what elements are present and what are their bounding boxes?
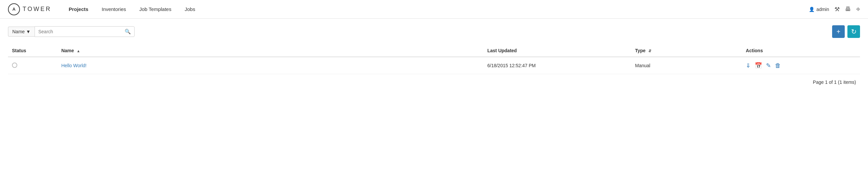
table-header-row: Status Name ▲ Last Updated Type ⇵ Action… [8, 45, 860, 57]
cell-type: Manual [631, 57, 742, 74]
delete-icon[interactable]: 🗑 [775, 62, 781, 69]
col-name[interactable]: Name ▲ [57, 45, 483, 57]
filter-chevron-icon: ▼ [26, 29, 31, 34]
search-input[interactable] [35, 27, 121, 36]
type-sort-icon: ⇵ [648, 49, 651, 53]
filter-label: Name [12, 29, 25, 34]
brand-name: TOWER [23, 6, 52, 12]
toolbar-left: Name ▼ 🔍 [8, 26, 134, 37]
table-head: Status Name ▲ Last Updated Type ⇵ Action… [8, 45, 860, 57]
monitor-icon[interactable]: 🖶 [845, 6, 851, 12]
brand-logo: A [8, 3, 20, 15]
nav-links: Projects Inventories Job Templates Jobs [62, 0, 202, 19]
download-icon[interactable]: ⇓ [746, 62, 751, 69]
cell-name: Hello World! [57, 57, 483, 74]
cell-status [8, 57, 57, 74]
navbar-right: 👤 admin ⚒ 🖶 ⎆ [809, 6, 860, 13]
search-wrap: 🔍 [35, 26, 134, 37]
username: admin [816, 7, 829, 12]
table-row: Hello World! 6/18/2015 12:52:47 PM Manua… [8, 57, 860, 74]
filter-dropdown-button[interactable]: Name ▼ [8, 27, 35, 37]
refresh-icon: ↻ [851, 28, 857, 36]
project-name-link[interactable]: Hello World! [61, 63, 86, 68]
nav-link-jobs[interactable]: Jobs [178, 0, 202, 19]
name-sort-icon: ▲ [76, 49, 80, 53]
col-last-updated: Last Updated [483, 45, 631, 57]
pagination-bar: Page 1 of 1 (1 items) [8, 74, 860, 85]
nav-user: 👤 admin [809, 7, 829, 12]
toolbar: Name ▼ 🔍 + ↻ [8, 25, 860, 38]
projects-table: Status Name ▲ Last Updated Type ⇵ Action… [8, 45, 860, 74]
brand-logo-text: A [12, 7, 15, 12]
cell-actions: ⇓ 📅 ✎ 🗑 [742, 57, 860, 74]
edit-icon[interactable]: ✎ [766, 62, 771, 69]
add-button[interactable]: + [832, 25, 845, 38]
main-content: Name ▼ 🔍 + ↻ Status [0, 19, 868, 91]
cell-last-updated: 6/18/2015 12:52:47 PM [483, 57, 631, 74]
status-indicator [12, 62, 17, 68]
table-body: Hello World! 6/18/2015 12:52:47 PM Manua… [8, 57, 860, 74]
toolbar-right: + ↻ [832, 25, 860, 38]
search-icon: 🔍 [125, 29, 131, 34]
schedule-icon[interactable]: 📅 [755, 62, 762, 69]
user-icon: 👤 [809, 7, 814, 12]
search-button[interactable]: 🔍 [121, 27, 134, 37]
action-icons: ⇓ 📅 ✎ 🗑 [746, 62, 856, 69]
logout-icon[interactable]: ⎆ [856, 6, 860, 12]
nav-link-job-templates[interactable]: Job Templates [133, 0, 178, 19]
col-status: Status [8, 45, 57, 57]
col-actions: Actions [742, 45, 860, 57]
add-icon: + [836, 28, 840, 36]
col-type[interactable]: Type ⇵ [631, 45, 742, 57]
settings-icon[interactable]: ⚒ [834, 6, 840, 13]
nav-link-inventories[interactable]: Inventories [95, 0, 133, 19]
navbar: A TOWER Projects Inventories Job Templat… [0, 0, 868, 19]
pagination-text: Page 1 of 1 (1 items) [813, 80, 856, 85]
refresh-button[interactable]: ↻ [847, 25, 860, 38]
brand: A TOWER [8, 3, 52, 15]
nav-link-projects[interactable]: Projects [62, 0, 95, 19]
